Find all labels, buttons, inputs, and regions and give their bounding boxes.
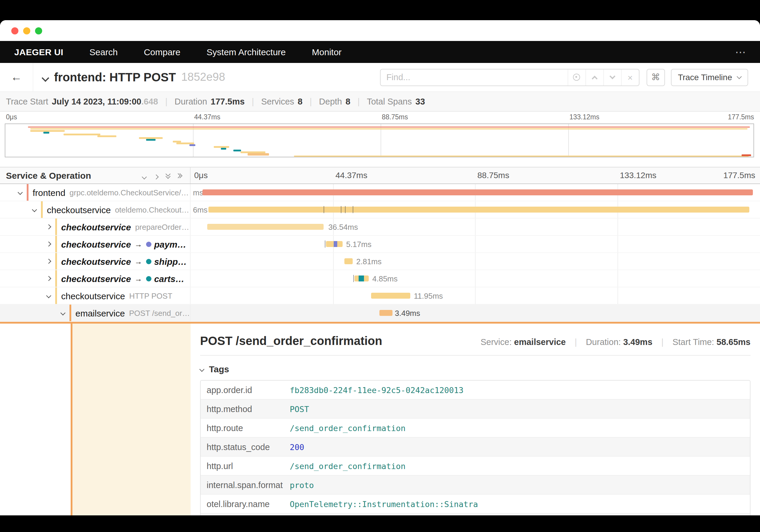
trace-view-select[interactable]: Trace Timeline [671, 69, 748, 86]
top-nav: JAEGER UI Search Compare System Architec… [0, 41, 760, 63]
prev-result-button[interactable] [585, 69, 603, 85]
keyboard-shortcuts-button[interactable]: ⌘ [646, 69, 665, 86]
span-bar-cell[interactable]: 36.54ms [191, 218, 760, 235]
span-name-cell[interactable]: frontend grpc.oteldemo.CheckoutService/P… [0, 184, 191, 201]
minimap-span-bar [146, 139, 156, 141]
chevron-down-icon[interactable] [32, 207, 37, 212]
chevron-down-icon [200, 367, 205, 372]
span-row-prepare-order[interactable]: checkoutservice prepareOrderI… 36.54ms [0, 218, 760, 236]
back-button[interactable]: ← [0, 63, 33, 91]
span-row-shipping[interactable]: checkoutservice → shipp… 2.81ms [0, 253, 760, 270]
span-bar[interactable] [371, 293, 410, 299]
screen: JAEGER UI Search Compare System Architec… [0, 0, 760, 532]
tag-value: 200 [290, 442, 304, 452]
span-name-cell[interactable]: checkoutservice → carts… [0, 270, 191, 287]
desktop-background-top [0, 0, 760, 20]
chevron-right-icon[interactable] [46, 276, 51, 281]
span-row-frontend[interactable]: frontend grpc.oteldemo.CheckoutService/P… [0, 184, 760, 201]
chevron-down-icon[interactable] [18, 190, 23, 195]
detail-duration-label: Duration: [586, 337, 621, 347]
desktop-background-bottom [0, 515, 760, 532]
divider: | [309, 97, 312, 106]
ruler-tick: 88.75ms [477, 170, 509, 180]
divider: | [661, 337, 664, 347]
span-name-cell[interactable]: checkoutservice → paym… [0, 236, 191, 252]
focus-span-button[interactable] [567, 69, 585, 85]
span-duration-label: ms [193, 188, 203, 197]
span-name-cell[interactable]: checkoutservice prepareOrderI… [0, 218, 191, 235]
span-bar-cell[interactable]: ms [191, 184, 760, 201]
span-row-http-post[interactable]: checkoutservice HTTP POST 11.95ms [0, 287, 760, 305]
trace-minimap: 0μs 44.37ms 88.75ms 133.12ms 177.5ms [0, 112, 760, 167]
expand-one-button[interactable] [154, 170, 158, 181]
collapse-all-button[interactable] [166, 173, 170, 178]
span-name-cell[interactable]: checkoutservice HTTP POST [0, 287, 191, 304]
close-window-button[interactable] [11, 27, 19, 34]
span-bar-cell[interactable]: 2.81ms [191, 253, 760, 269]
detail-header: POST /send_order_confirmation Service: e… [200, 323, 750, 348]
span-row-checkoutservice[interactable]: checkoutservice oteldemo.Checkout… 6ms [0, 201, 760, 218]
chevron-right-icon[interactable] [46, 242, 51, 247]
span-bar[interactable] [379, 310, 393, 316]
chevron-down-icon[interactable] [61, 311, 66, 315]
ruler-tick: 177.5ms [724, 170, 755, 180]
span-bar-cell[interactable]: 3.49ms [191, 305, 760, 321]
span-target-service: paym… [154, 239, 186, 249]
span-row-payment[interactable]: checkoutservice → paym… 5.17ms [0, 236, 760, 253]
span-name-cell[interactable]: checkoutservice → shipp… [0, 253, 191, 269]
tag-key: app.order.id [201, 385, 290, 395]
nav-item-monitor[interactable]: Monitor [312, 47, 342, 57]
span-row-cart[interactable]: checkoutservice → carts… 4.85ms [0, 270, 760, 287]
detail-indent-fill [72, 323, 191, 515]
window-titlebar [0, 20, 760, 41]
service-operation-title: Service & Operation [6, 170, 91, 180]
tag-key: http.url [201, 461, 290, 470]
chevron-right-icon[interactable] [46, 259, 51, 264]
total-spans-label: Total Spans [367, 97, 412, 106]
chevron-down-icon[interactable] [46, 293, 51, 298]
collapse-one-button[interactable] [142, 170, 146, 181]
jaeger-logo[interactable]: JAEGER UI [14, 47, 63, 57]
minimize-window-button[interactable] [23, 27, 30, 34]
span-detail-panel: POST /send_order_confirmation Service: e… [0, 322, 760, 515]
span-bar-cell[interactable]: 4.85ms [191, 270, 760, 287]
span-row-emailservice[interactable]: emailservice POST /send_or… 3.49ms [0, 305, 760, 322]
span-operation-name: POST /send_or… [129, 309, 190, 317]
find-input[interactable] [380, 69, 567, 85]
span-operation-name: prepareOrderI… [135, 222, 190, 231]
span-bar[interactable] [344, 258, 353, 264]
services-label: Services [261, 97, 294, 106]
nav-item-search[interactable]: Search [89, 47, 118, 57]
nav-item-compare[interactable]: Compare [144, 47, 180, 57]
span-bar-cell[interactable]: 5.17ms [191, 236, 760, 252]
detail-start-value: 58.65ms [717, 337, 751, 347]
next-result-button[interactable] [603, 69, 621, 85]
tags-section-toggle[interactable]: Tags [200, 364, 750, 374]
arrow-right-icon: → [134, 274, 142, 283]
trace-start-label: Trace Start [6, 97, 48, 106]
expand-all-button[interactable] [178, 174, 182, 177]
nav-item-system-architecture[interactable]: System Architecture [207, 47, 286, 57]
trace-summary-bar: Trace Start July 14 2023, 11:09:00 .648 … [0, 92, 760, 112]
minimap-canvas[interactable] [5, 123, 754, 157]
span-bar-cell[interactable]: 11.95ms [191, 287, 760, 304]
span-service-name: checkoutservice [47, 205, 111, 215]
clear-find-button[interactable]: × [621, 69, 639, 85]
tag-row: http.status_code 200 [201, 438, 750, 457]
span-bar[interactable] [209, 207, 749, 213]
chevron-right-icon[interactable] [46, 224, 51, 229]
zoom-window-button[interactable] [35, 27, 42, 34]
span-name-cell[interactable]: emailservice POST /send_or… [0, 305, 191, 321]
span-duration-label: 5.17ms [346, 240, 371, 249]
tag-row: http.url /send_order_confirmation [201, 457, 750, 476]
tag-value: fb283db0-224f-11ee-92c5-0242ac120013 [290, 385, 463, 395]
nav-overflow-icon[interactable]: ⋯ [735, 45, 746, 59]
span-service-name: frontend [33, 187, 65, 197]
detail-service-label: Service: [481, 337, 512, 347]
span-bar[interactable] [203, 189, 753, 195]
span-bar-cell[interactable]: 6ms [191, 201, 760, 218]
span-name-cell[interactable]: checkoutservice oteldemo.Checkout… [0, 201, 191, 218]
trace-view-select-label: Trace Timeline [678, 73, 732, 82]
trace-collapse-toggle[interactable] [43, 71, 48, 83]
span-bar[interactable] [207, 224, 324, 230]
